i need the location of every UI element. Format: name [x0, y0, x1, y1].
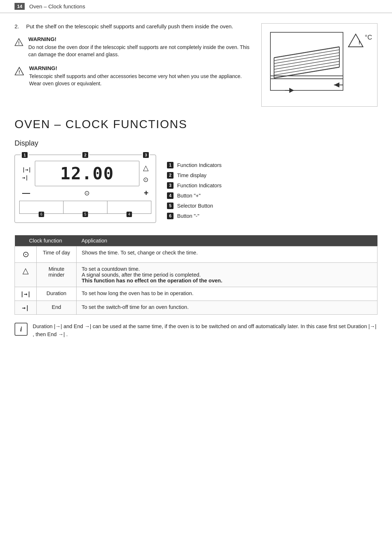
step-text: Put the shelf on the telescopic shelf su…: [26, 23, 233, 29]
table-row: △ Minute minder To set a countdown time.…: [15, 263, 377, 287]
oven-shelf-diagram: ! °C: [267, 29, 372, 101]
step-number: 2.: [15, 23, 22, 29]
legend-item-3: 3 Function Indicators: [167, 182, 377, 189]
table-app-2-line2: A signal sounds, after the time period i…: [82, 272, 201, 278]
clock-btn-center[interactable]: 5: [64, 201, 107, 214]
top-left: 2. Put the shelf on the telescopic shelf…: [15, 23, 250, 107]
table-app-1: Shows the time. To set, change or check …: [77, 246, 377, 263]
section-heading: OVEN – CLOCK FUNCTIONS: [15, 118, 377, 131]
clock-bottom-row: — ⊙ +: [19, 187, 151, 199]
bell-icon: △: [143, 163, 148, 172]
plus-symbol: +: [144, 188, 148, 198]
disp-badge-1: 1: [21, 152, 29, 158]
table-icon-2: △: [15, 263, 37, 287]
svg-line-11: [274, 64, 339, 75]
clock-icon: ⊙: [143, 176, 148, 184]
display-diagram: 1 2 3 |→| →| 12.00 △ ⊙: [15, 155, 156, 225]
legend-label-1: Function Indicators: [177, 162, 222, 168]
time-display: 12.00: [35, 161, 139, 186]
legend-label-2: Time display: [177, 172, 207, 178]
page-number: 14: [15, 3, 25, 10]
page-title-header: Oven – Clock functions: [29, 3, 85, 9]
warning-block-1: ! WARNING! Do not close the oven door if…: [15, 36, 250, 58]
legend-item-4: 4 Button "+": [167, 192, 377, 199]
legend-label-6: Button "-": [177, 213, 199, 219]
table-row: →| End To set the switch-off time for an…: [15, 301, 377, 315]
info-box: i Duration |→| and End →| can be used at…: [15, 323, 377, 339]
page-header: 14 Oven – Clock functions: [0, 0, 392, 13]
legend-label-3: Function Indicators: [177, 183, 222, 188]
clock-display-outer: 1 2 3 |→| →| 12.00 △ ⊙: [15, 155, 156, 223]
legend-num-5: 5: [167, 203, 173, 209]
table-col1-header: Clock function: [15, 235, 77, 246]
legend-item-2: 2 Time display: [167, 172, 377, 179]
legend-item-1: 1 Function Indicators: [167, 162, 377, 168]
table-app-3: To set how long the oven has to be in op…: [77, 287, 377, 301]
table-icon-3: |→|: [15, 287, 37, 301]
table-func-4: End: [37, 301, 77, 315]
display-section: 1 2 3 |→| →| 12.00 △ ⊙: [15, 155, 377, 225]
top-right: ! °C: [261, 23, 377, 107]
legend-label-4: Button "+": [177, 193, 201, 199]
duration-icon: |→|: [22, 167, 31, 172]
warning-icon-1: !: [15, 36, 23, 48]
main-content: 2. Put the shelf on the telescopic shelf…: [0, 23, 392, 339]
disp-badge-3: 3: [142, 152, 150, 158]
table-func-1: Time of day: [37, 246, 77, 263]
legend-item-5: 5 Selector Button: [167, 203, 377, 209]
clock-icons-row: |→| →| 12.00 △ ⊙: [19, 160, 151, 187]
svg-text:!: !: [19, 69, 20, 75]
info-text: Duration |→| and End →| can be used at t…: [33, 323, 377, 339]
table-icon-1: ⊙: [15, 246, 37, 263]
timer-icon-bottom: ⊙: [84, 189, 90, 197]
svg-line-15: [274, 47, 339, 58]
right-icons: △ ⊙: [143, 163, 148, 184]
top-section: 2. Put the shelf on the telescopic shelf…: [15, 23, 377, 107]
warning-block-2: ! WARNING! Telescopic shelf supports and…: [15, 65, 250, 87]
warning-body-2: Telescopic shelf supports and other acce…: [29, 73, 250, 87]
svg-line-8: [274, 56, 339, 66]
legend-item-6: 6 Button "-": [167, 213, 377, 219]
svg-line-9: [274, 58, 339, 69]
svg-rect-4: [270, 32, 343, 90]
warning-title-2: WARNING!: [29, 65, 250, 71]
warning-text-2: WARNING! Telescopic shelf supports and o…: [29, 65, 250, 87]
table-row: |→| Duration To set how long the oven ha…: [15, 287, 377, 301]
clock-table: Clock function Application ⊙ Time of day…: [15, 235, 377, 315]
disp-badge-2: 2: [81, 152, 89, 158]
table-app-4: To set the switch-off time for an oven f…: [77, 301, 377, 315]
table-app-2-line1: To set a countdown time.: [82, 266, 140, 272]
table-app-2-line3: This function has no effect on the opera…: [82, 278, 222, 283]
svg-text:!: !: [18, 41, 20, 46]
table-app-2: To set a countdown time. A signal sounds…: [77, 263, 377, 287]
table-col2-header: Application: [77, 235, 377, 246]
legend-num-4: 4: [167, 192, 173, 199]
table-func-2: Minute minder: [37, 263, 77, 287]
end-icon: →|: [22, 175, 31, 180]
svg-line-7: [274, 53, 339, 64]
svg-marker-19: [348, 34, 363, 47]
legend-num-3: 3: [167, 182, 173, 189]
table-icon-4: →|: [15, 301, 37, 315]
display-heading: Display: [15, 139, 377, 147]
display-legend: 1 Function Indicators 2 Time display 3 F…: [167, 155, 377, 225]
table-func-3: Duration: [37, 287, 77, 301]
step-2: 2. Put the shelf on the telescopic shelf…: [15, 23, 250, 29]
svg-line-10: [274, 61, 339, 72]
svg-line-16: [274, 67, 339, 78]
legend-num-6: 6: [167, 213, 173, 219]
clock-buttons-row: 6 5 4: [19, 201, 151, 214]
svg-text:°C: °C: [365, 34, 372, 41]
warning-text-1: WARNING! Do not close the oven door if t…: [28, 36, 250, 58]
legend-num-2: 2: [167, 172, 173, 179]
warning-body-1: Do not close the oven door if the telesc…: [28, 44, 250, 58]
clock-btn-left[interactable]: 6: [19, 201, 64, 214]
minus-symbol: —: [22, 188, 30, 198]
table-row: ⊙ Time of day Shows the time. To set, ch…: [15, 246, 377, 263]
svg-text:!: !: [359, 40, 360, 45]
warning-icon-2: !: [15, 65, 24, 77]
clock-btn-right[interactable]: 4: [107, 201, 151, 214]
svg-line-6: [274, 50, 339, 61]
warning-title-1: WARNING!: [28, 36, 250, 42]
left-icons: |→| →|: [22, 167, 31, 180]
